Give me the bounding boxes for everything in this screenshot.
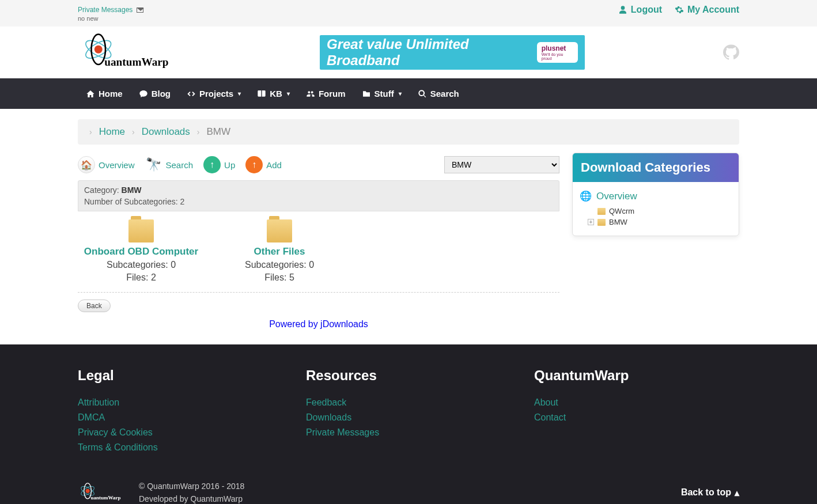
- arrow-up-icon: ↑: [203, 156, 221, 173]
- chevron-right-icon: ›: [132, 127, 135, 137]
- comment-icon: [139, 89, 148, 98]
- download-categories-box: Download Categories 🌐 Overview QWcrm+ BM…: [572, 153, 739, 236]
- footer-link[interactable]: Feedback: [306, 395, 511, 410]
- banner-text: Great value Unlimited Broadband: [327, 36, 537, 69]
- overview-button[interactable]: 🏠 Overview: [78, 156, 135, 173]
- folder-icon: [128, 219, 154, 242]
- book-icon: [257, 89, 266, 98]
- nav-search[interactable]: Search: [410, 78, 467, 109]
- breadcrumb-downloads[interactable]: Downloads: [142, 126, 190, 138]
- footer-logo: uantumWarp: [78, 478, 130, 504]
- user-icon: [618, 5, 627, 14]
- folder-icon: [362, 89, 371, 98]
- tree-label: BMW: [609, 218, 627, 226]
- footer-link[interactable]: Privacy & Cookies: [78, 425, 283, 440]
- files-count: Files: 2: [78, 272, 205, 283]
- tree-item[interactable]: QWcrm: [580, 206, 732, 217]
- nav-blog[interactable]: Blog: [131, 78, 179, 109]
- category-select[interactable]: BMW: [444, 156, 559, 173]
- private-messages-link[interactable]: Private Messages: [78, 6, 143, 14]
- users-icon: [306, 89, 315, 98]
- nav-stuff[interactable]: Stuff ▾: [354, 78, 410, 109]
- footer-link[interactable]: Downloads: [306, 410, 511, 425]
- nav-projects[interactable]: Projects ▾: [179, 78, 249, 109]
- footer-link[interactable]: DMCA: [78, 410, 283, 425]
- back-button[interactable]: Back: [78, 300, 111, 312]
- powered-by-link[interactable]: Powered by jDownloads: [269, 319, 368, 329]
- folder-icon: [597, 219, 606, 226]
- footer-link[interactable]: Attribution: [78, 395, 283, 410]
- breadcrumb: › Home › Downloads › BMW: [78, 119, 739, 145]
- binoculars-icon: 🔭: [145, 156, 162, 173]
- category-header: Category: BMW Number of Subcategories: 2: [78, 180, 559, 211]
- developed-by-text: Developed by QuantumWarp: [139, 492, 244, 504]
- tree-label: QWcrm: [609, 207, 634, 215]
- nav-forum[interactable]: Forum: [298, 78, 354, 109]
- gear-icon: [675, 5, 684, 14]
- sidebar-overview-link[interactable]: 🌐 Overview: [580, 190, 732, 202]
- ad-banner[interactable]: Great value Unlimited Broadband plusnet …: [320, 35, 585, 70]
- envelope-icon: [137, 7, 143, 13]
- sidebar-title: Download Categories: [573, 153, 739, 182]
- folder-icon: [597, 208, 606, 215]
- search-button[interactable]: 🔭 Search: [145, 156, 194, 173]
- logout-link[interactable]: Logout: [618, 5, 662, 15]
- banner-brand-badge: plusnet We'll do you proud: [537, 42, 578, 63]
- add-button[interactable]: ↑ Add: [245, 156, 282, 173]
- footer-col-title: Resources: [306, 367, 511, 384]
- subcategory-card[interactable]: Other Files Subcategories: 0 Files: 5: [216, 219, 343, 283]
- subcategory-title[interactable]: Onboard OBD Computer: [78, 246, 205, 257]
- back-to-top-button[interactable]: Back to top ▴: [681, 487, 739, 498]
- chevron-down-icon: ▾: [287, 90, 290, 97]
- footer-col-title: Legal: [78, 367, 283, 384]
- footer-col-title: QuantumWarp: [534, 367, 739, 384]
- my-account-link[interactable]: My Account: [675, 5, 739, 15]
- chevron-right-icon: ›: [197, 127, 200, 137]
- pm-status: no new: [78, 15, 143, 22]
- folder-icon: [267, 219, 292, 242]
- svg-point-3: [94, 46, 103, 54]
- svg-point-8: [86, 489, 90, 493]
- tree-item[interactable]: + BMW: [580, 217, 732, 228]
- breadcrumb-current: BMW: [206, 126, 230, 138]
- github-icon[interactable]: [723, 44, 739, 60]
- subcategory-count: Subcategories: 0: [78, 260, 205, 270]
- svg-text:uantumWarp: uantumWarp: [91, 495, 121, 501]
- chevron-up-icon: ▴: [735, 487, 739, 498]
- home-icon: [86, 89, 95, 98]
- house-icon: 🏠: [78, 156, 95, 173]
- arrow-up-icon: ↑: [245, 156, 263, 173]
- subcategory-count: Subcategories: 0: [216, 260, 343, 270]
- expand-icon[interactable]: +: [588, 219, 594, 225]
- site-logo[interactable]: uantumWarp: [78, 32, 181, 73]
- globe-icon: 🌐: [580, 190, 592, 202]
- footer-link[interactable]: Terms & Conditions: [78, 440, 283, 455]
- footer-link[interactable]: Contact: [534, 410, 739, 425]
- chevron-down-icon: ▾: [238, 90, 241, 97]
- files-count: Files: 5: [216, 272, 343, 283]
- copyright-text: © QuantumWarp 2016 - 2018: [139, 480, 244, 492]
- subcategory-title[interactable]: Other Files: [216, 246, 343, 257]
- chevron-down-icon: ▾: [399, 90, 402, 97]
- footer-link[interactable]: About: [534, 395, 739, 410]
- search-icon: [418, 89, 427, 98]
- svg-text:uantumWarp: uantumWarp: [104, 56, 168, 68]
- breadcrumb-home[interactable]: Home: [99, 126, 125, 138]
- code-icon: [187, 89, 196, 98]
- subcategory-card[interactable]: Onboard OBD Computer Subcategories: 0 Fi…: [78, 219, 205, 283]
- chevron-right-icon: ›: [89, 127, 92, 137]
- footer-link[interactable]: Private Messages: [306, 425, 511, 440]
- nav-home[interactable]: Home: [78, 78, 131, 109]
- up-button[interactable]: ↑ Up: [203, 156, 235, 173]
- nav-kb[interactable]: KB ▾: [249, 78, 298, 109]
